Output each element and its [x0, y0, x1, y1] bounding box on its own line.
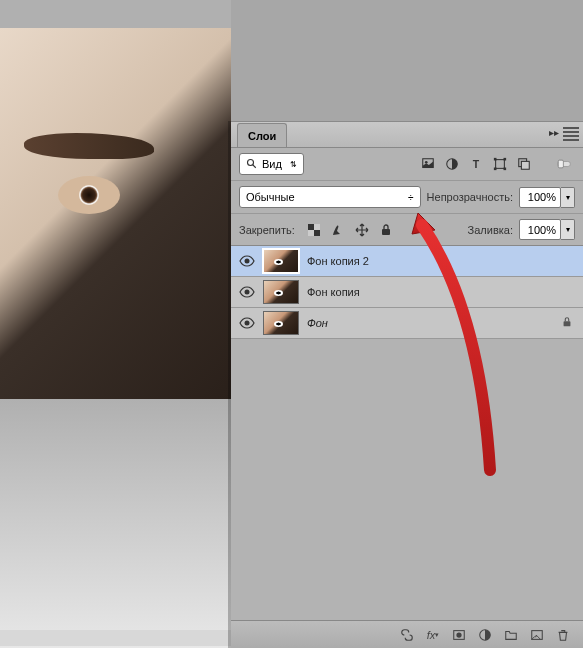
layer-mask-icon[interactable] [451, 627, 467, 643]
visibility-eye-icon[interactable] [239, 284, 255, 300]
filter-smart-icon[interactable] [515, 155, 533, 173]
collapse-icon[interactable]: ▸▸ [549, 127, 559, 138]
svg-rect-9 [494, 168, 497, 171]
opacity-dropdown[interactable]: ▾ [561, 187, 575, 208]
layer-thumbnail[interactable] [263, 280, 299, 304]
blend-mode-select[interactable]: Обычные ÷ [239, 186, 421, 208]
layer-name[interactable]: Фон копия [307, 286, 360, 298]
fill-label: Заливка: [468, 224, 513, 236]
svg-rect-8 [504, 158, 507, 161]
new-group-icon[interactable] [503, 627, 519, 643]
lock-all-icon[interactable] [377, 221, 395, 239]
panel-menu-icon[interactable] [563, 126, 579, 142]
layer-filter-select[interactable]: Вид ⇅ [239, 153, 304, 175]
svg-point-20 [245, 259, 250, 264]
layer-row[interactable]: Фон копия 2 [231, 246, 583, 277]
blend-mode-value: Обычные [246, 191, 295, 203]
filter-type-icon[interactable]: T [467, 155, 485, 173]
layer-row[interactable]: Фон [231, 308, 583, 339]
opacity-input[interactable]: 100% [519, 187, 561, 208]
lock-transparency-icon[interactable] [305, 221, 323, 239]
svg-point-25 [456, 632, 461, 637]
layer-name[interactable]: Фон [307, 317, 328, 329]
svg-rect-19 [382, 229, 390, 235]
layers-list: Фон копия 2 Фон копия Фон [231, 246, 583, 339]
fill-adjustment-icon[interactable] [477, 627, 493, 643]
layer-thumbnail[interactable] [263, 249, 299, 273]
lock-position-icon[interactable] [353, 221, 371, 239]
tab-layers[interactable]: Слои [237, 123, 287, 147]
chevron-updown-icon: ⇅ [290, 160, 297, 169]
svg-rect-18 [308, 230, 314, 236]
svg-rect-7 [494, 158, 497, 161]
filter-label: Вид [262, 158, 282, 170]
delete-layer-icon[interactable] [555, 627, 571, 643]
filter-toggle-switch[interactable] [553, 155, 575, 173]
filter-shape-icon[interactable] [491, 155, 509, 173]
layer-fx-icon[interactable]: fx▾ [425, 627, 441, 643]
opacity-label: Непрозрачность: [427, 191, 513, 203]
chevron-updown-icon: ÷ [408, 192, 414, 203]
canvas-area [0, 0, 231, 648]
svg-line-1 [253, 165, 256, 168]
new-layer-icon[interactable] [529, 627, 545, 643]
document-photo[interactable] [0, 28, 231, 399]
panel-tab-bar: Слои ▸▸ [231, 122, 583, 148]
link-layers-icon[interactable] [399, 627, 415, 643]
lock-fill-row: Закрепить: Заливка: 100% ▾ [231, 214, 583, 246]
horizontal-scrollbar[interactable] [0, 630, 231, 646]
panel-footer: fx▾ [231, 620, 583, 648]
svg-rect-17 [314, 224, 320, 230]
lock-label: Закрепить: [239, 224, 295, 236]
lock-image-icon[interactable] [329, 221, 347, 239]
layer-row[interactable]: Фон копия [231, 277, 583, 308]
svg-rect-23 [564, 321, 571, 326]
layers-panel: Слои ▸▸ Вид ⇅ T Обычные ÷ Непрозрачность… [231, 121, 583, 648]
fill-input[interactable]: 100% [519, 219, 561, 240]
visibility-eye-icon[interactable] [239, 315, 255, 331]
blend-opacity-row: Обычные ÷ Непрозрачность: 100% ▾ [231, 181, 583, 214]
lock-icon [561, 314, 573, 332]
layer-thumbnail[interactable] [263, 311, 299, 335]
svg-rect-12 [521, 161, 529, 169]
svg-rect-6 [496, 160, 505, 169]
svg-rect-15 [308, 224, 314, 230]
fill-dropdown[interactable]: ▾ [561, 219, 575, 240]
svg-rect-10 [504, 168, 507, 171]
filter-row: Вид ⇅ T [231, 148, 583, 181]
filter-pixel-icon[interactable] [419, 155, 437, 173]
svg-point-21 [245, 290, 250, 295]
svg-point-0 [248, 160, 254, 166]
search-icon [246, 158, 258, 170]
layer-name[interactable]: Фон копия 2 [307, 255, 369, 267]
visibility-eye-icon[interactable] [239, 253, 255, 269]
svg-rect-16 [314, 230, 320, 236]
svg-point-22 [245, 321, 250, 326]
svg-rect-14 [558, 160, 563, 168]
filter-adjustment-icon[interactable] [443, 155, 461, 173]
tab-label: Слои [248, 130, 276, 142]
svg-text:T: T [473, 158, 480, 170]
